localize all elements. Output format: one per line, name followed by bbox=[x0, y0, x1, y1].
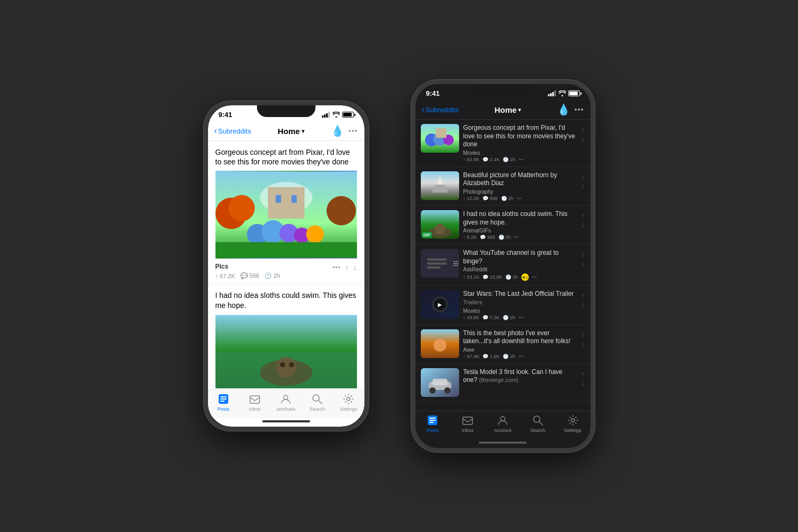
post-row-stats-6: ↑ 97.4K 💬 1.6K 🕐 2h ••• bbox=[463, 354, 577, 359]
downvote-button-1[interactable]: ↓ bbox=[353, 263, 357, 272]
upvote-stat-5: ↑ 49.6K bbox=[463, 315, 480, 320]
upvote-2[interactable]: ↑ bbox=[581, 173, 585, 181]
tab-settings-dark[interactable]: Settings bbox=[555, 414, 591, 433]
tab-posts[interactable]: Posts bbox=[208, 393, 239, 412]
tab-posts-label-dark: Posts bbox=[427, 428, 439, 433]
svg-rect-34 bbox=[550, 93, 552, 96]
svg-rect-33 bbox=[548, 94, 550, 96]
downvote-1[interactable]: ↓ bbox=[581, 135, 585, 142]
side-button-mute-dark bbox=[411, 137, 412, 153]
nav-caret-dark: ▾ bbox=[518, 107, 521, 113]
thumb-tesla-img bbox=[421, 368, 459, 397]
thumb-pixar-img bbox=[421, 124, 459, 153]
post-card-1[interactable]: Gorgeous concept art from Pixar, I'd lov… bbox=[208, 141, 364, 259]
content-area: Gorgeous concept art from Pixar, I'd lov… bbox=[208, 141, 364, 389]
post-row-6[interactable]: This is the best photo I've ever taken..… bbox=[415, 325, 591, 364]
svg-rect-41 bbox=[436, 128, 446, 138]
tab-inbox[interactable]: Inbox bbox=[239, 393, 270, 412]
downvote-7[interactable]: ↓ bbox=[581, 379, 585, 386]
svg-point-30 bbox=[313, 395, 319, 401]
post-row-sub-5: Movies bbox=[463, 308, 577, 314]
tab-account-dark[interactable]: Account bbox=[485, 414, 520, 433]
tab-search-dark[interactable]: Search bbox=[520, 414, 555, 433]
post-card-2[interactable]: I had no idea sloths could swim. This gi… bbox=[208, 284, 364, 389]
post-row-sub-2: Photography bbox=[463, 189, 577, 195]
tab-bar-dark: Posts Inbox Account bbox=[415, 411, 591, 439]
upvote-4[interactable]: ↑ bbox=[581, 251, 585, 259]
back-chevron-dark: ‹ bbox=[422, 105, 425, 114]
post-row-3[interactable]: GIF I had no idea sloths could swim. Thi… bbox=[415, 206, 591, 245]
signal-icon bbox=[322, 112, 330, 118]
svg-rect-25 bbox=[220, 396, 227, 397]
svg-rect-36 bbox=[554, 90, 556, 96]
gif-badge-3: GIF bbox=[422, 232, 432, 238]
account-tab-icon-dark bbox=[497, 414, 509, 426]
upvote-7[interactable]: ↑ bbox=[581, 370, 585, 378]
droplet-icon-dark[interactable]: 💧 bbox=[557, 103, 570, 116]
tab-inbox-dark[interactable]: Inbox bbox=[450, 414, 485, 433]
post-stats-1: ↑ 67.2K 💬 566 🕐 2h bbox=[215, 272, 357, 279]
comment-stat-3: 💬 488 bbox=[480, 235, 495, 240]
svg-rect-11 bbox=[291, 195, 296, 203]
post-row-1[interactable]: Gorgeous concept art from Pixar, I'd lov… bbox=[415, 120, 591, 167]
svg-line-31 bbox=[319, 401, 322, 404]
thumb-askreddit-img bbox=[421, 249, 453, 278]
time-stat-3: 🕐 2h bbox=[498, 235, 511, 240]
post-row-stats-3: ↑ 8.2K 💬 488 🕐 2h ••• bbox=[463, 235, 577, 240]
tab-posts-dark[interactable]: Posts bbox=[415, 414, 451, 433]
post-thumb-4 bbox=[421, 249, 459, 278]
post-row-5[interactable]: ▶ Star Wars: The Last Jedi Official Trai… bbox=[415, 286, 591, 325]
upvote-1[interactable]: ↑ bbox=[581, 126, 585, 134]
downvote-5[interactable]: ↓ bbox=[581, 301, 585, 308]
post-more-button-1[interactable]: ••• bbox=[332, 264, 341, 271]
tab-posts-label: Posts bbox=[218, 406, 230, 412]
svg-rect-51 bbox=[427, 267, 440, 269]
inbox-tab-icon-dark bbox=[462, 414, 473, 426]
post-row-2[interactable]: Beautiful picture of Matterhorn by Aliza… bbox=[415, 167, 591, 206]
phone-dark: 9:41 ‹ bbox=[411, 80, 595, 452]
downvote-6[interactable]: ↓ bbox=[581, 340, 585, 347]
post-row-4[interactable]: What YouTube channel is great to binge? … bbox=[415, 245, 591, 286]
downvote-4[interactable]: ↓ bbox=[581, 260, 585, 267]
back-button[interactable]: ‹ Subreddits bbox=[214, 126, 251, 136]
more-menu-button[interactable]: ••• bbox=[348, 127, 358, 135]
svg-rect-63 bbox=[429, 420, 436, 421]
upvote-stat-1: ↑ 62.8K bbox=[463, 157, 480, 162]
svg-point-66 bbox=[501, 417, 505, 421]
downvote-2[interactable]: ↓ bbox=[581, 182, 585, 189]
time-stat-2: 🕐 2h bbox=[501, 196, 514, 201]
back-chevron: ‹ bbox=[214, 126, 217, 136]
wifi-icon-dark bbox=[559, 90, 566, 96]
back-button-dark[interactable]: ‹ Subreddits bbox=[422, 105, 459, 114]
signal-icon-dark bbox=[548, 90, 556, 96]
time-stat-6: 🕐 2h bbox=[503, 354, 516, 359]
side-button-power bbox=[368, 190, 369, 228]
notch-dark bbox=[473, 84, 532, 96]
battery-icon-dark bbox=[568, 90, 580, 96]
droplet-icon[interactable]: 💧 bbox=[331, 124, 344, 137]
tab-settings-label: Settings bbox=[340, 406, 358, 412]
upvote-5[interactable]: ↑ bbox=[581, 292, 585, 300]
svg-point-59 bbox=[429, 387, 436, 394]
vote-col-4: ↑ ↓ bbox=[581, 249, 585, 267]
tab-inbox-label-dark: Inbox bbox=[462, 428, 473, 433]
tab-search[interactable]: Search bbox=[302, 393, 333, 412]
upvote-button-1[interactable]: ↑ bbox=[345, 263, 349, 272]
downvote-3[interactable]: ↓ bbox=[581, 221, 585, 228]
comment-stat-4: 💬 15.9K bbox=[483, 275, 502, 280]
post-info-7: Tesla Model 3 first look. Can I have one… bbox=[463, 368, 577, 386]
post-thumb-2 bbox=[421, 171, 459, 200]
tab-account[interactable]: iamthatis bbox=[270, 393, 302, 412]
svg-rect-9 bbox=[268, 187, 304, 219]
nav-header: ‹ Subreddits Home ▾ 💧 ••• bbox=[208, 121, 364, 141]
time-stat-4: 🕐 2h bbox=[505, 275, 518, 280]
post-thumb-6 bbox=[421, 329, 459, 358]
more-menu-button-dark[interactable]: ••• bbox=[575, 105, 584, 114]
tab-settings[interactable]: Settings bbox=[333, 393, 364, 412]
upvote-3[interactable]: ↑ bbox=[581, 212, 585, 220]
post-row-7[interactable]: Tesla Model 3 first look. Can I have one… bbox=[415, 364, 591, 402]
home-indicator bbox=[262, 420, 310, 422]
post-row-title-3: I had no idea sloths could swim. This gi… bbox=[463, 210, 577, 227]
upvote-6[interactable]: ↑ bbox=[581, 331, 585, 339]
svg-rect-58 bbox=[433, 379, 447, 385]
